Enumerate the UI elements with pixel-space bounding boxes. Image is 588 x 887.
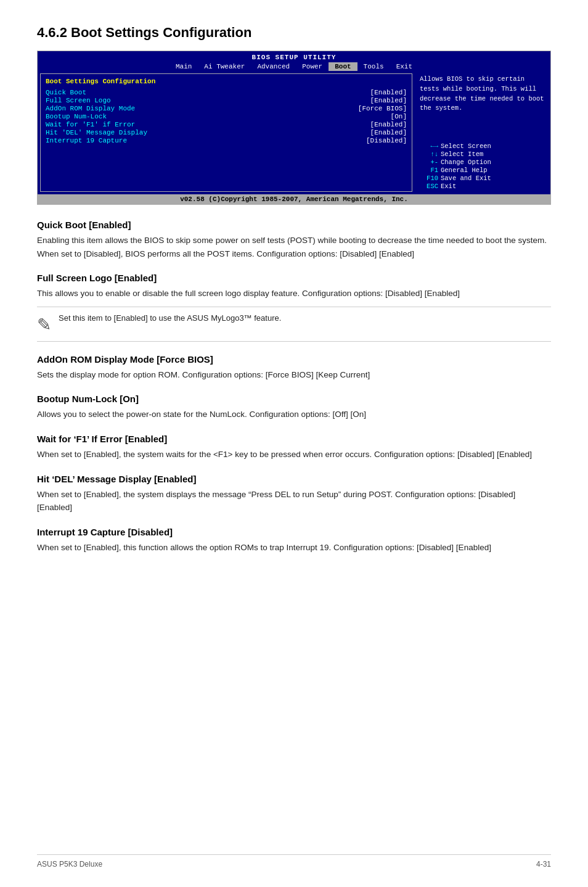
bios-help-text: Allows BIOS to skip certain tests while … <box>420 75 545 113</box>
bios-screen: BIOS SETUP UTILITY Main Ai Tweaker Advan… <box>37 51 551 205</box>
bios-item-quick-boot[interactable]: Quick Boot [Enabled] <box>46 89 407 96</box>
bios-key-row-exit: ESC Exit <box>420 183 545 190</box>
bios-item-value-hit-del: [Enabled] <box>370 129 407 136</box>
section-bootup-numlock: Bootup Num-Lock [On] Allows you to selec… <box>37 394 551 421</box>
bios-item-value-addon-rom: [Force BIOS] <box>358 105 407 112</box>
bios-tab-exit[interactable]: Exit <box>390 62 419 71</box>
bios-tab-tools[interactable]: Tools <box>357 62 390 71</box>
bios-key-sym-exit: ESC <box>420 183 438 190</box>
note-text: Set this item to [Enabled] to use the AS… <box>59 313 281 323</box>
bios-key-sym-item: ↑↓ <box>420 151 438 158</box>
section-body-interrupt-19: When set to [Enabled], this function all… <box>37 541 551 555</box>
bios-tab-boot[interactable]: Boot <box>329 62 357 71</box>
bios-item-addon-rom[interactable]: AddOn ROM Display Mode [Force BIOS] <box>46 105 407 112</box>
bios-key-sym-save: F10 <box>420 175 438 182</box>
bios-key-row-item: ↑↓ Select Item <box>420 151 545 158</box>
section-full-screen-logo: Full Screen Logo [Enabled] This allows y… <box>37 273 551 300</box>
section-interrupt-19: Interrupt 19 Capture [Disabled] When set… <box>37 527 551 555</box>
bios-key-sym-help: F1 <box>420 167 438 174</box>
bios-item-value-numlock: [On] <box>391 113 407 120</box>
bios-footer: v02.58 (C)Copyright 1985-2007, American … <box>38 194 550 204</box>
bios-key-desc-help: General Help <box>441 167 488 174</box>
bios-key-desc-screen: Select Screen <box>441 142 491 150</box>
bios-keys: ←→ Select Screen ↑↓ Select Item +- Chang… <box>420 142 545 191</box>
bios-tab-power[interactable]: Power <box>296 62 329 71</box>
section-heading-interrupt-19: Interrupt 19 Capture [Disabled] <box>37 527 551 537</box>
bios-item-numlock[interactable]: Bootup Num-Lock [On] <box>46 113 407 120</box>
bios-key-sym-screen: ←→ <box>420 142 438 150</box>
bios-key-desc-item: Select Item <box>441 151 483 158</box>
bios-item-value-quick-boot: [Enabled] <box>370 89 407 96</box>
bios-header: BIOS SETUP UTILITY <box>38 51 550 62</box>
bios-header-title: BIOS SETUP UTILITY <box>252 54 337 61</box>
section-heading-addon-rom: AddOn ROM Display Mode [Force BIOS] <box>37 354 551 365</box>
bios-item-hit-del[interactable]: Hit 'DEL' Message Display [Enabled] <box>46 129 407 136</box>
section-heading-wait-f1: Wait for ‘F1’ If Error [Enabled] <box>37 434 551 444</box>
bios-key-desc-exit: Exit <box>441 183 456 190</box>
bios-item-wait-f1[interactable]: Wait for 'F1' if Error [Enabled] <box>46 121 407 128</box>
section-heading-quick-boot: Quick Boot [Enabled] <box>37 220 551 230</box>
bios-key-row-screen: ←→ Select Screen <box>420 142 545 150</box>
section-body-quick-boot: Enabling this item allows the BIOS to sk… <box>37 234 551 260</box>
pencil-icon: ✎ <box>37 315 51 335</box>
bios-key-row-help: F1 General Help <box>420 167 545 174</box>
page-footer: ASUS P5K3 Deluxe 4-31 <box>37 854 551 868</box>
footer-right: 4-31 <box>536 860 551 868</box>
bios-key-desc-change: Change Option <box>441 159 491 166</box>
bios-tab-bar: Main Ai Tweaker Advanced Power Boot Tool… <box>38 62 550 71</box>
bios-item-full-screen[interactable]: Full Screen Logo [Enabled] <box>46 97 407 104</box>
section-body-hit-del: When set to [Enabled], the system displa… <box>37 488 551 514</box>
bios-item-value-wait-f1: [Enabled] <box>370 121 407 128</box>
section-hit-del: Hit ‘DEL’ Message Display [Enabled] When… <box>37 474 551 514</box>
section-wait-f1: Wait for ‘F1’ If Error [Enabled] When se… <box>37 434 551 461</box>
bios-item-label-numlock: Bootup Num-Lock <box>46 113 107 120</box>
bios-item-interrupt[interactable]: Interrupt 19 Capture [Disabled] <box>46 137 407 144</box>
bios-key-row-save: F10 Save and Exit <box>420 175 545 182</box>
note-box: ✎ Set this item to [Enabled] to use the … <box>37 307 551 342</box>
section-heading-hit-del: Hit ‘DEL’ Message Display [Enabled] <box>37 474 551 484</box>
section-body-full-screen-logo: This allows you to enable or disable the… <box>37 287 551 300</box>
bios-right-panel: Allows BIOS to skip certain tests while … <box>415 71 550 194</box>
section-body-bootup-numlock: Allows you to select the power-on state … <box>37 408 551 421</box>
bios-key-row-change: +- Change Option <box>420 159 545 166</box>
footer-left: ASUS P5K3 Deluxe <box>37 860 102 868</box>
section-heading-full-screen-logo: Full Screen Logo [Enabled] <box>37 273 551 283</box>
section-body-addon-rom: Sets the display mode for option ROM. Co… <box>37 368 551 382</box>
bios-item-value-full-screen: [Enabled] <box>370 97 407 104</box>
bios-item-value-interrupt: [Disabled] <box>366 137 407 144</box>
page-title: 4.6.2 Boot Settings Configuration <box>37 25 551 41</box>
bios-item-label-interrupt: Interrupt 19 Capture <box>46 137 127 144</box>
bios-left-panel: Boot Settings Configuration Quick Boot [… <box>40 73 412 192</box>
bios-item-label-hit-del: Hit 'DEL' Message Display <box>46 129 147 136</box>
bios-left-title: Boot Settings Configuration <box>46 78 407 85</box>
section-body-wait-f1: When set to [Enabled], the system waits … <box>37 448 551 461</box>
section-quick-boot: Quick Boot [Enabled] Enabling this item … <box>37 220 551 260</box>
bios-item-label-quick-boot: Quick Boot <box>46 89 86 96</box>
bios-item-label-full-screen: Full Screen Logo <box>46 97 111 104</box>
bios-tab-ai[interactable]: Ai Tweaker <box>198 62 251 71</box>
bios-key-desc-save: Save and Exit <box>441 175 491 182</box>
bios-tab-advanced[interactable]: Advanced <box>251 62 296 71</box>
bios-item-label-addon-rom: AddOn ROM Display Mode <box>46 105 135 112</box>
bios-tab-main[interactable]: Main <box>169 62 198 71</box>
section-addon-rom: AddOn ROM Display Mode [Force BIOS] Sets… <box>37 354 551 382</box>
section-heading-bootup-numlock: Bootup Num-Lock [On] <box>37 394 551 404</box>
bios-body: Boot Settings Configuration Quick Boot [… <box>38 71 550 194</box>
bios-item-label-wait-f1: Wait for 'F1' if Error <box>46 121 135 128</box>
bios-key-sym-change: +- <box>420 159 438 166</box>
